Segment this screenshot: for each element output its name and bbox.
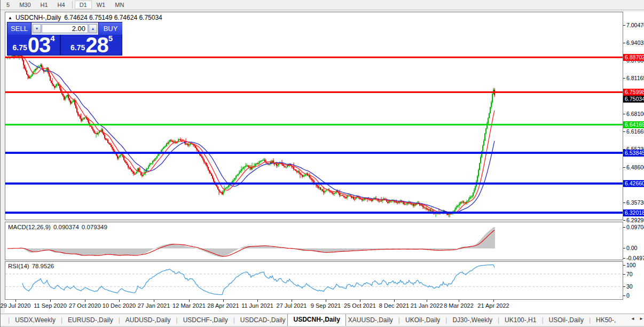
chart-symbol-title: USDCNH-,Daily — [15, 14, 61, 21]
buy-price-small: 6.75 — [70, 43, 85, 52]
tab-usdx-weekly[interactable]: USDX,Weekly — [13, 315, 58, 326]
toolbar-separator — [72, 1, 73, 9]
date-label: 8 Mar 2022 — [440, 302, 477, 309]
buy-price-pip: 5 — [108, 34, 113, 43]
price-tick-label: 6.61665 — [626, 128, 644, 135]
sell-price-pip: 4 — [50, 34, 54, 43]
date-tick — [15, 300, 16, 302]
date-label: 27 Oct 2020 — [66, 302, 104, 309]
price-level-tag: 6.88702 — [623, 54, 644, 61]
rsi-tick-label: 100 — [626, 262, 636, 268]
volume-increase-icon[interactable]: ▲ — [89, 24, 97, 33]
tab-usdchf-daily[interactable]: USDCHF-,Daily — [181, 315, 230, 326]
timeframe-toolbar: 5M30H1H4D1W1MN — [1, 0, 644, 10]
tab-usdcnh-daily[interactable]: USDCNH-,Daily — [287, 314, 345, 326]
macd-main-value: 0.090374 — [53, 224, 79, 230]
macd-tick-dash — [623, 227, 625, 228]
tab-usoil-daily[interactable]: USOil-,Daily — [547, 315, 586, 326]
volume-input[interactable]: 2.00 — [42, 24, 88, 33]
tab-scroll-left-icon[interactable]: ◄ — [631, 316, 635, 321]
price-tick-dash — [623, 78, 625, 79]
trading-terminal-window: 5M30H1H4D1W1MN ▲ USDCNH-,Daily 6.74624 6… — [0, 0, 644, 327]
buy-price-display[interactable]: 6.75 28 5 — [61, 35, 122, 55]
rsi-pane[interactable] — [5, 261, 623, 300]
price-tick-label: 6.35730 — [626, 199, 644, 206]
date-tick — [394, 300, 395, 302]
date-label: 8 Dec 2021 — [375, 302, 413, 309]
chart-ohlc-values: 6.74624 6.75149 6.74624 6.75034 — [64, 14, 162, 21]
tab-eurusd-daily[interactable]: EURUSD-,Daily — [66, 315, 115, 326]
price-tick-label: 6.29295 — [626, 217, 644, 223]
date-label: 12 Mar 2021 — [170, 302, 208, 309]
timeframe-m30[interactable]: M30 — [14, 1, 35, 9]
chart-title-row: ▲ USDCNH-,Daily 6.74624 6.75149 6.74624 … — [8, 14, 162, 21]
sell-price-small: 6.75 — [12, 43, 27, 52]
price-level-tag: 6.32018 — [623, 209, 644, 216]
date-tick — [493, 300, 494, 302]
date-tick — [459, 300, 459, 302]
tab-dj30-weekly[interactable]: DJ30-,Weekly — [450, 315, 494, 326]
tab-usdcad-daily[interactable]: USDCAD-,Daily — [238, 315, 288, 326]
rsi-tick-dash — [623, 265, 625, 266]
buy-price-big: 28 — [85, 36, 108, 53]
date-label: 25 Oct 2021 — [341, 302, 379, 309]
macd-tick-label: 0.00 — [626, 245, 637, 251]
rsi-tick-label: 30 — [626, 283, 633, 290]
date-tick — [85, 300, 85, 302]
date-tick — [154, 300, 154, 302]
price-tick-dash — [623, 43, 625, 43]
collapse-pane-icon[interactable]: ▲ — [8, 15, 12, 20]
date-tick — [50, 300, 51, 302]
one-click-trade-panel: SELL ▼ 2.00 ▲ BUY 6.75 03 4 6.75 28 5 — [7, 22, 122, 56]
tab-audusd-daily[interactable]: AUDUSD-,Daily — [123, 315, 173, 326]
timeframe-w1[interactable]: W1 — [92, 1, 111, 9]
date-tick — [189, 300, 190, 302]
date-label: 27 Jan 2021 — [135, 302, 172, 309]
price-level-tag: 6.75998 — [623, 89, 644, 96]
price-tick-label: 7.00470 — [626, 22, 644, 28]
date-tick — [119, 300, 120, 302]
price-tick-dash — [623, 114, 625, 114]
timeframe-5[interactable]: 5 — [2, 1, 14, 9]
symbol-tab-bar: |USDX,Weekly|EURUSD-,Daily|AUDUSD-,Daily… — [1, 314, 644, 326]
timeframe-h1[interactable]: H1 — [36, 1, 53, 9]
tab-scroll-right-icon[interactable]: ► — [639, 316, 643, 321]
tab-ukoil-daily[interactable]: UKOil-,Daily — [403, 315, 442, 326]
macd-tick-label: 0.097045 — [626, 224, 644, 230]
tab-uk100-h1[interactable]: UK100-,H1 — [502, 315, 538, 326]
macd-label-row: MACD(12,26,9) 0.090374 0.079349 — [8, 224, 107, 230]
sell-price-display[interactable]: 6.75 03 4 — [7, 35, 60, 55]
rsi-value: 78.9526 — [32, 263, 54, 269]
price-level-tag: 6.53845 — [623, 150, 644, 157]
macd-tick-dash — [623, 248, 625, 248]
tab-separator: | — [494, 315, 502, 326]
date-label: 11 Sep 2020 — [32, 302, 69, 309]
rsi-tick-label: 0 — [626, 292, 630, 299]
sell-price-big: 03 — [28, 36, 51, 53]
timeframe-h4[interactable]: H4 — [53, 1, 70, 9]
tab-separator: | — [395, 315, 403, 326]
tab-xauusd-daily[interactable]: XAUUSD-,Daily — [346, 315, 395, 326]
macd-tick-label: -0.04972 — [626, 255, 644, 261]
date-label: 28 Apr 2021 — [205, 302, 242, 309]
price-level-tag: 6.42660 — [623, 180, 644, 187]
price-tick-dash — [623, 131, 625, 132]
timeframe-d1[interactable]: D1 — [75, 1, 92, 9]
tab-separator: | — [586, 315, 594, 326]
date-tick — [292, 300, 292, 302]
timeframe-mn[interactable]: MN — [110, 1, 129, 9]
price-tick-label: 6.68100 — [626, 111, 644, 117]
rsi-label-row: RSI(14) 78.9526 — [8, 263, 54, 269]
rsi-tick-dash — [623, 286, 625, 287]
tab-hk50[interactable]: HK50-, — [594, 315, 618, 326]
rsi-tick-dash — [623, 274, 625, 275]
date-tick — [360, 300, 360, 302]
price-tick-dash — [623, 25, 625, 26]
date-tick — [257, 300, 258, 302]
tab-separator: | — [173, 315, 181, 326]
tab-separator: | — [115, 315, 123, 326]
rsi-indicator-name: RSI(14) — [8, 263, 29, 269]
macd-signal-value: 0.079349 — [82, 224, 107, 230]
tab-separator: | — [58, 315, 66, 326]
volume-decrease-icon[interactable]: ▼ — [33, 24, 41, 33]
